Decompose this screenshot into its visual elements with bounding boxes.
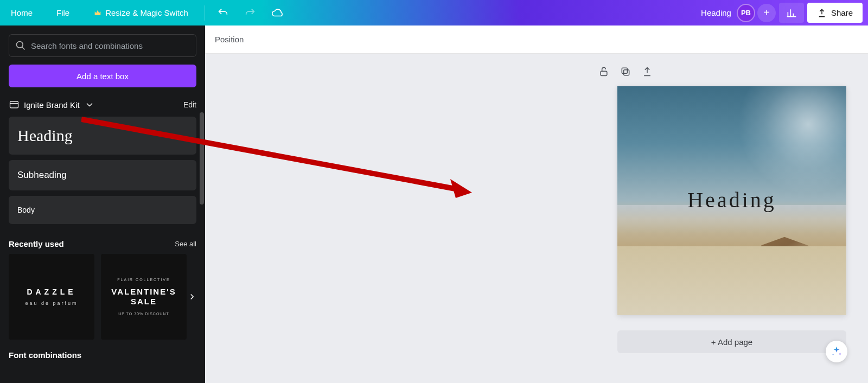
thumb-title: DAZZLE	[27, 288, 76, 296]
svg-rect-4	[622, 68, 627, 73]
side-panel-scrollbar[interactable]	[200, 112, 204, 205]
redo-button[interactable]	[238, 0, 263, 25]
home-button[interactable]: Home	[0, 0, 43, 25]
top-menu-bar: Home File Resize & Magic Switch PB + Sha…	[0, 0, 868, 25]
body-style-card[interactable]: Body	[9, 196, 196, 224]
share-label: Share	[831, 8, 853, 17]
design-page-1[interactable]: Heading	[617, 86, 846, 315]
font-combinations-title: Font combinations	[9, 350, 196, 360]
export-page-button[interactable]	[641, 66, 653, 78]
svg-point-0	[17, 42, 23, 48]
svg-rect-2	[601, 71, 607, 75]
svg-rect-3	[624, 70, 629, 75]
add-page-button[interactable]: + Add page	[617, 330, 846, 353]
brand-kit-dropdown[interactable]: Ignite Brand Kit	[9, 99, 95, 110]
lock-page-button[interactable]	[598, 66, 610, 78]
font-combo-thumb-valentines[interactable]: FLAIR COLLECTIVE VALENTINE'SSALE UP TO 7…	[101, 254, 187, 340]
upload-icon	[817, 8, 827, 18]
heading-style-label: Heading	[17, 126, 188, 145]
magic-assistant-button[interactable]	[826, 341, 847, 362]
design-title-input[interactable]	[659, 5, 735, 21]
sparkle-icon	[831, 346, 843, 358]
user-avatar[interactable]: PB	[737, 4, 755, 22]
subheading-style-card[interactable]: Subheading	[9, 160, 196, 190]
heading-style-card[interactable]: Heading	[9, 117, 196, 155]
chevron-down-icon	[84, 99, 95, 110]
chevron-right-icon	[187, 292, 197, 302]
thumb-subtitle: eau de parfum	[25, 301, 78, 306]
brand-kit-edit-link[interactable]: Edit	[183, 100, 196, 109]
canvas-heading-text[interactable]: Heading	[617, 187, 846, 213]
crown-icon	[93, 9, 102, 17]
thumbs-next-button[interactable]	[184, 289, 200, 304]
resize-magic-switch-button[interactable]: Resize & Magic Switch	[82, 0, 199, 25]
recently-used-see-all[interactable]: See all	[175, 240, 196, 248]
analytics-button[interactable]	[779, 3, 804, 23]
add-text-box-button[interactable]: Add a text box	[9, 65, 196, 87]
share-button[interactable]: Share	[807, 3, 863, 23]
foreground-terrain	[617, 246, 846, 315]
search-fonts-input[interactable]	[9, 34, 196, 57]
position-button[interactable]: Position	[215, 35, 244, 44]
context-toolbar: Position	[205, 25, 868, 54]
body-style-label: Body	[17, 206, 188, 214]
divider	[205, 5, 205, 21]
cloud-sync-icon[interactable]	[265, 0, 290, 25]
thumb-line1: VALENTINE'S	[111, 287, 176, 296]
brand-kit-label: Ignite Brand Kit	[24, 100, 80, 110]
subheading-style-label: Subheading	[17, 170, 188, 181]
thumb-line2: SALE	[131, 297, 157, 306]
thumb-pretitle: FLAIR COLLECTIVE	[117, 278, 170, 282]
resize-label: Resize & Magic Switch	[105, 8, 188, 17]
font-combo-thumb-dazzle[interactable]: DAZZLE eau de parfum	[9, 254, 94, 340]
svg-rect-1	[10, 101, 18, 108]
file-menu-button[interactable]: File	[46, 0, 80, 25]
recently-used-title: Recently used	[9, 239, 64, 248]
text-side-panel: Add a text box Ignite Brand Kit Edit Hea…	[0, 25, 205, 383]
search-icon	[15, 40, 26, 51]
brandkit-icon	[9, 99, 20, 110]
canvas-workspace[interactable]: + Heading + Add page	[205, 54, 868, 383]
undo-button[interactable]	[210, 0, 235, 25]
duplicate-page-button[interactable]	[620, 66, 631, 78]
add-collaborator-button[interactable]: +	[757, 4, 776, 22]
thumb-posttitle: UP TO 70% DISCOUNT	[118, 312, 169, 316]
